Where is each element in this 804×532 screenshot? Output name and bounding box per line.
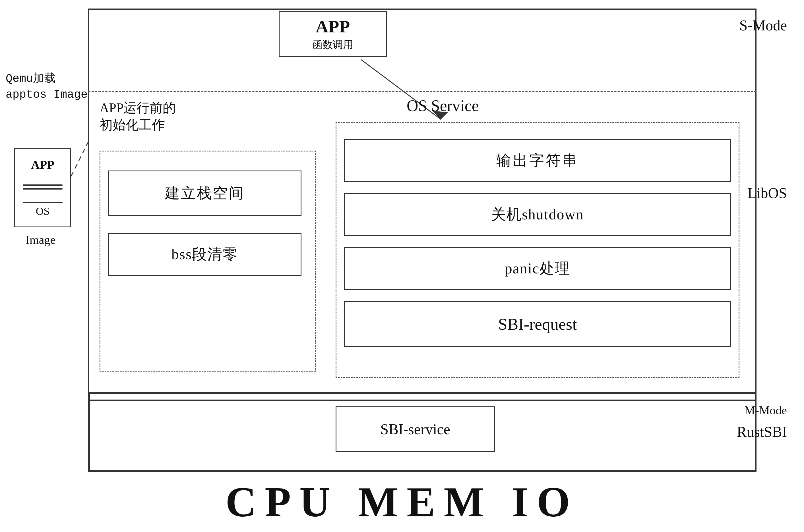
app-box-title: APP (316, 17, 350, 37)
bss-clear-box: bss段清零 (108, 233, 302, 276)
stack-space-box: 建立栈空间 (108, 171, 302, 216)
sbi-request-label: SBI-request (498, 315, 577, 334)
libos-label: LibOS (747, 185, 787, 202)
init-work-label: APP运行前的 初始化工作 (99, 99, 176, 134)
image-line-1 (23, 185, 62, 186)
panic-label: panic处理 (505, 259, 570, 279)
image-label: Image (25, 233, 55, 247)
output-string-box: 输出字符串 (344, 139, 731, 182)
qemu-label: Qemu加载 apptos Image (6, 71, 88, 103)
svg-line-0 (71, 139, 90, 176)
diagram: S-Mode LibOS M-Mode RustSBI APP 函数调用 OS … (0, 0, 804, 532)
image-lines (23, 185, 62, 190)
cpu-mem-io-label: CPU MEM IO (0, 477, 804, 526)
output-string-label: 输出字符串 (496, 151, 579, 171)
dashed-separator (88, 91, 756, 92)
image-app-label: APP (31, 158, 54, 172)
image-line-2 (23, 188, 62, 190)
sbi-service-box: SBI-service (335, 406, 495, 452)
m-mode-label: M-Mode (745, 403, 787, 417)
shutdown-box: 关机shutdown (344, 193, 731, 236)
sbi-request-box: SBI-request (344, 301, 731, 347)
shutdown-label: 关机shutdown (491, 205, 584, 225)
panic-box: panic处理 (344, 247, 731, 290)
rustsbi-label: RustSBI (737, 423, 787, 440)
stack-space-label: 建立栈空间 (165, 183, 244, 203)
os-service-label: OS Service (407, 97, 479, 115)
image-box: APP OS (14, 148, 71, 227)
image-os-label: OS (23, 202, 62, 217)
bss-clear-label: bss段清零 (171, 244, 238, 264)
app-box: APP 函数调用 (279, 12, 387, 57)
s-mode-label: S-Mode (739, 17, 787, 34)
sbi-service-label: SBI-service (380, 421, 450, 438)
app-box-subtitle: 函数调用 (312, 38, 353, 52)
